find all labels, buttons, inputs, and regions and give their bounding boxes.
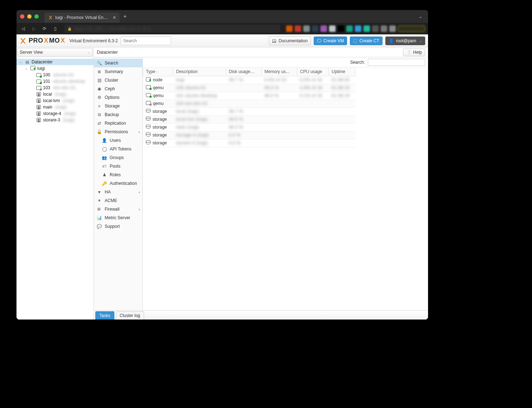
menu-firewall[interactable]: ⛨ Firewall ▸ — [94, 205, 142, 213]
grid-search-label: Search: — [350, 60, 365, 65]
window-minimize-button[interactable] — [27, 14, 32, 19]
help-icon: ❔ — [406, 50, 412, 55]
menu-support[interactable]: 💬 Support — [94, 222, 142, 231]
menu-cluster[interactable]: ▤ Cluster — [94, 76, 142, 85]
help-button[interactable]: ❔Help — [403, 48, 425, 56]
browser-tab[interactable]: luigi - Proxmox Virtual Environm ✕ — [44, 13, 120, 23]
grid-col-2[interactable]: Disk usage… — [226, 67, 261, 76]
menu-icon: ≣ — [97, 69, 102, 74]
tree-vm-103[interactable]: 103 win-dev-01 — [16, 85, 94, 91]
menu-search[interactable]: 🔍 Search — [94, 59, 142, 67]
back-button[interactable]: ◁ — [19, 25, 27, 32]
ext-icon[interactable] — [312, 25, 318, 32]
grid-col-4[interactable]: CPU usage — [297, 67, 328, 76]
menu-authentication[interactable]: 🔑 Authentication — [94, 179, 142, 188]
grid-row[interactable]: qemu 101 ubuntu-desktop 46.0 % 0.1% of 1… — [143, 92, 356, 100]
tree-label: 103 — [43, 85, 50, 90]
grid-col-1[interactable]: Description — [173, 67, 226, 76]
tree-vm-100[interactable]: 100 ubuntu-01 — [16, 72, 94, 78]
ext-pill[interactable] — [398, 25, 425, 32]
menu-summary[interactable]: ≣ Summary — [94, 67, 142, 76]
grid-scroll[interactable]: Type↑DescriptionDisk usage…Memory us…CPU… — [143, 67, 428, 310]
tree-datacenter[interactable]: ⌄ ▤ Datacenter — [16, 59, 94, 65]
cube-icon: ⬚ — [353, 38, 357, 43]
menu-users[interactable]: 👤 Users — [94, 136, 142, 145]
tree-storage-local-lvm[interactable]: local-lvm (luigi) — [16, 97, 94, 104]
url-text: https 192 168 1 210 8006 #v1 0 18 4 — [74, 27, 151, 31]
window-close-button[interactable] — [20, 14, 24, 19]
new-tab-button[interactable]: + — [123, 13, 127, 20]
tree-node-luigi[interactable]: ⌄ luigi — [16, 65, 94, 72]
grid-row[interactable]: storage main (luigi) 48.3 % — [143, 123, 356, 131]
tree-storage-local[interactable]: local (luigi) — [16, 91, 94, 97]
menu-storage[interactable]: ≡ Storage — [94, 102, 142, 110]
reader-button[interactable]: ▯ — [52, 25, 59, 32]
proxmox-app: PROXMOX Virtual Environment 6.3-2 🕮Docum… — [16, 34, 428, 320]
menu-api tokens[interactable]: ◯ API Tokens — [94, 145, 142, 153]
tasks-label: Tasks — [99, 313, 110, 318]
ext-icon[interactable] — [286, 25, 293, 32]
menu-backup[interactable]: ⧉ Backup — [94, 110, 142, 119]
grid-row[interactable]: storage storare-3 (luigi) 0.0 % — [143, 139, 356, 147]
documentation-button[interactable]: 🕮Documentation — [269, 37, 311, 45]
grid-cell-desc: local-lvm (luigi) — [173, 115, 226, 123]
ext-icon[interactable] — [346, 25, 353, 32]
menu-pools[interactable]: 🏷 Pools — [94, 162, 142, 171]
cluster-log-tab[interactable]: Cluster log — [116, 311, 144, 320]
reload-button[interactable]: ⟳ — [41, 25, 48, 32]
ext-icon[interactable] — [389, 25, 396, 32]
ext-icon[interactable] — [355, 25, 361, 32]
grid-row[interactable]: qemu 103 win-dev-01 — [143, 100, 356, 107]
url-bar[interactable]: 🔒 https 192 168 1 210 8006 #v1 0 18 4 — [65, 25, 280, 33]
tree-storage-storare-3[interactable]: storare-3 (luigi) — [16, 117, 94, 123]
tree-storage-storage-4[interactable]: storage-4 (luigi) — [16, 110, 94, 117]
ext-icon[interactable] — [338, 25, 344, 32]
ext-icon[interactable] — [381, 25, 387, 32]
grid-col-5[interactable]: Uptime — [329, 67, 356, 76]
ext-icon[interactable] — [372, 25, 379, 32]
ext-icon[interactable] — [320, 25, 327, 32]
menu-options[interactable]: ⚙ Options — [94, 93, 142, 102]
grid-cell-mem — [261, 100, 297, 107]
tab-close-icon[interactable]: ✕ — [113, 15, 116, 20]
menu-groups[interactable]: 👥 Groups — [94, 153, 142, 162]
sort-asc-icon: ↑ — [156, 70, 158, 74]
forward-button[interactable]: ▷ — [30, 25, 37, 32]
logo-text: MO — [49, 37, 60, 44]
grid-row[interactable]: node luigi 38.7 % 0.0% of 32 0.0% of 16 … — [143, 76, 356, 84]
grid-col-0[interactable]: Type↑ — [143, 67, 173, 76]
grid-col-3[interactable]: Memory us… — [261, 67, 297, 76]
menu-ha[interactable]: ♥ HA ▸ — [94, 188, 142, 196]
user-menu-button[interactable]: 👤root@pam⌄ — [385, 37, 425, 45]
grid-row[interactable]: qemu 100 ubuntu-01 48.0 % 1.6% of 16 01:… — [143, 84, 356, 92]
collapse-icon[interactable]: ⌄ — [19, 60, 23, 64]
tree-vm-101[interactable]: 101 ubuntu-desktop — [16, 78, 94, 85]
grid-row[interactable]: storage local (luigi) 38.7 % — [143, 107, 356, 115]
menu-ceph[interactable]: ◉ Ceph — [94, 85, 142, 93]
vm-icon — [36, 86, 42, 90]
grid-row[interactable]: storage storage-4 (luigi) 0.0 % — [143, 131, 356, 139]
ext-icon[interactable] — [295, 25, 301, 32]
ext-icon[interactable] — [364, 25, 370, 32]
tasks-tab[interactable]: Tasks — [95, 311, 114, 320]
menu-acme[interactable]: ✶ ACME — [94, 196, 142, 205]
window-maximize-button[interactable] — [34, 14, 39, 19]
grid-row[interactable]: storage local-lvm (luigi) 48.5 % — [143, 115, 356, 123]
menu-metric server[interactable]: 📊 Metric Server — [94, 213, 142, 222]
global-search-input[interactable] — [121, 37, 171, 45]
menu-replication[interactable]: ⇄ Replication — [94, 119, 142, 128]
grid-search-input[interactable] — [368, 59, 425, 66]
create-ct-button[interactable]: ⬚Create CT — [350, 37, 382, 45]
search-grid-panel: Search: Type↑DescriptionDisk usage…Memor… — [143, 57, 428, 310]
tree-storage-main[interactable]: main (luigi) — [16, 104, 94, 110]
ext-icon[interactable] — [329, 25, 336, 32]
menu-permissions[interactable]: 🔓 Permissions ▸ — [94, 128, 142, 136]
tabs-overflow-icon[interactable]: ⌄ — [419, 14, 424, 19]
grid-cell-mem — [261, 139, 297, 147]
collapse-icon[interactable]: ⌄ — [25, 67, 29, 70]
menu-roles[interactable]: ♟ Roles — [94, 171, 142, 179]
grid-cell-disk: 38.7 % — [226, 107, 261, 115]
view-selector[interactable]: Server View ⌄ — [17, 48, 93, 57]
ext-icon[interactable] — [303, 25, 310, 32]
create-vm-button[interactable]: 🖵Create VM — [314, 37, 347, 45]
